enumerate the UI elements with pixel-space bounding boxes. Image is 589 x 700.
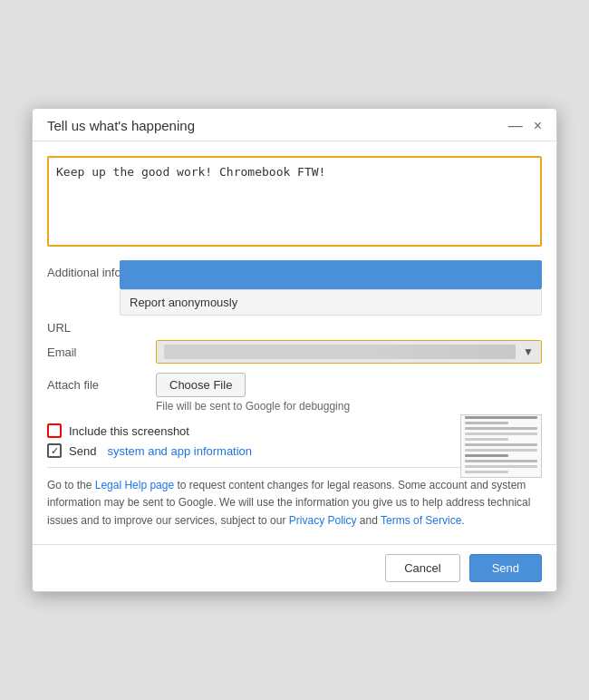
choose-file-button[interactable]: Choose File (156, 373, 246, 397)
additional-info-overlay (120, 260, 542, 289)
additional-info-row: Additional info (opt (47, 260, 542, 289)
send-label-text: Send (69, 444, 96, 458)
minimize-button[interactable]: — (508, 119, 523, 133)
report-anonymously-row: Report anonymously (120, 289, 542, 316)
dialog-header: Tell us what's happening — × (33, 109, 556, 141)
terms-of-service-link[interactable]: Terms of Service (381, 514, 461, 527)
send-button[interactable]: Send (469, 554, 542, 582)
email-dropdown[interactable]: ▼ (156, 340, 542, 364)
email-label: Email (47, 345, 156, 359)
legal-text-before-link1: Go to the (47, 479, 95, 491)
dialog-controls: — × (508, 119, 542, 133)
thumb-line-2 (465, 422, 508, 424)
file-hint: File will be sent to Google for debuggin… (156, 400, 542, 413)
legal-help-link[interactable]: Legal Help page (95, 479, 174, 491)
attach-file-label: Attach file (47, 378, 156, 392)
dropdown-arrow-icon: ▼ (523, 345, 534, 358)
feedback-textarea[interactable]: Keep up the good work! Chromebook FTW! (47, 156, 542, 247)
send-system-info-checkbox[interactable] (47, 443, 62, 458)
url-row: URL (47, 321, 542, 335)
privacy-policy-link[interactable]: Privacy Policy (289, 514, 357, 527)
thumb-line-11 (465, 471, 508, 473)
dialog-footer: Cancel Send (33, 544, 556, 591)
legal-text-end: . (461, 514, 464, 527)
thumb-line-9 (465, 460, 537, 462)
dialog-body: Keep up the good work! Chromebook FTW! A… (33, 141, 556, 544)
thumb-line-5 (465, 438, 508, 441)
screenshot-thumbnail (460, 414, 542, 478)
include-screenshot-label: Include this screenshot (69, 424, 189, 438)
cancel-button[interactable]: Cancel (385, 554, 459, 582)
thumb-line-7 (465, 449, 537, 452)
system-info-link[interactable]: system and app information (107, 444, 252, 458)
attach-file-control: Choose File (156, 373, 542, 397)
url-label: URL (47, 321, 156, 335)
attach-file-row: Attach file Choose File (47, 373, 542, 397)
thumb-line-8 (465, 454, 508, 457)
thumb-line-6 (465, 443, 537, 446)
legal-text-between: and (356, 514, 380, 527)
email-blurred-value (164, 345, 516, 359)
thumb-line-4 (465, 433, 537, 435)
checkboxes-area: Include this screenshot Send system and … (47, 423, 542, 458)
form-rows: Additional info (opt Report anonymously … (47, 260, 542, 530)
thumb-line-3 (465, 427, 537, 430)
close-button[interactable]: × (534, 119, 542, 133)
report-anonymously-text: Report anonymously (130, 296, 237, 309)
thumb-line-1 (465, 416, 537, 419)
thumb-line-10 (465, 465, 537, 468)
include-screenshot-checkbox[interactable] (47, 423, 62, 438)
dialog-title: Tell us what's happening (47, 118, 195, 133)
email-row: Email ▼ (47, 340, 542, 364)
thumb-content (465, 416, 537, 476)
feedback-dialog: Tell us what's happening — × Keep up the… (32, 108, 557, 592)
